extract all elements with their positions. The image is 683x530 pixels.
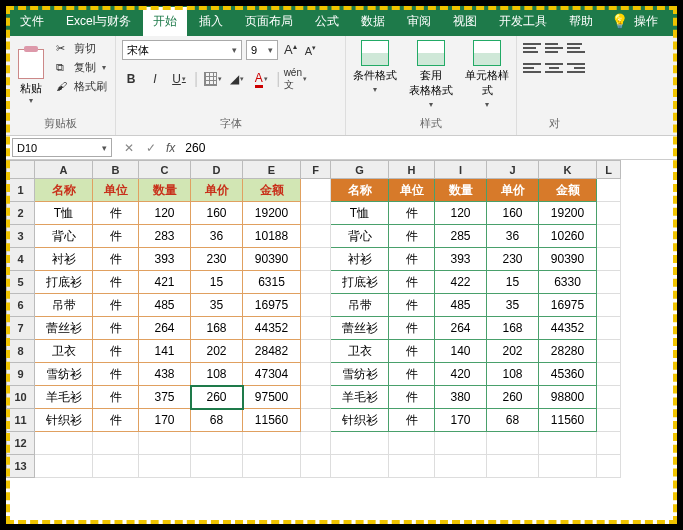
cell[interactable]: 170 [435, 409, 487, 432]
cell[interactable]: 件 [93, 340, 139, 363]
cell[interactable]: 44352 [243, 317, 301, 340]
align-bottom-button[interactable] [567, 40, 585, 56]
col-header[interactable]: H [389, 161, 435, 179]
cell[interactable] [597, 225, 621, 248]
cell[interactable] [597, 179, 621, 202]
cell[interactable]: 件 [389, 271, 435, 294]
cell[interactable]: 件 [93, 386, 139, 409]
cell[interactable] [301, 225, 331, 248]
table-format-button[interactable]: 套用 表格格式 ▾ [408, 40, 454, 114]
cell[interactable]: 264 [435, 317, 487, 340]
cell[interactable] [597, 455, 621, 478]
bold-button[interactable]: B [122, 70, 140, 88]
name-box[interactable]: D10 [12, 138, 112, 157]
cell[interactable]: 44352 [539, 317, 597, 340]
cell[interactable]: 285 [435, 225, 487, 248]
cell[interactable]: 19200 [539, 202, 597, 225]
col-header[interactable]: E [243, 161, 301, 179]
format-painter-button[interactable]: 🖌格式刷 [54, 78, 109, 95]
cell[interactable] [301, 248, 331, 271]
row-header[interactable]: 1 [7, 179, 35, 202]
cell[interactable] [243, 432, 301, 455]
cell[interactable]: 260 [191, 386, 243, 409]
row-header[interactable]: 8 [7, 340, 35, 363]
col-header[interactable]: I [435, 161, 487, 179]
cell[interactable] [301, 432, 331, 455]
cell[interactable]: 36 [191, 225, 243, 248]
cell[interactable]: 375 [139, 386, 191, 409]
col-header[interactable]: F [301, 161, 331, 179]
cell[interactable]: 97500 [243, 386, 301, 409]
cell[interactable] [597, 271, 621, 294]
italic-button[interactable]: I [146, 70, 164, 88]
paste-button[interactable]: 粘贴 ▾ [12, 40, 50, 114]
cell[interactable]: 打底衫 [35, 271, 93, 294]
cell[interactable]: 数量 [139, 179, 191, 202]
cell[interactable]: 10260 [539, 225, 597, 248]
cell[interactable]: 金额 [539, 179, 597, 202]
cell[interactable] [597, 432, 621, 455]
tab-help[interactable]: 帮助 [559, 7, 603, 36]
cell[interactable] [597, 340, 621, 363]
cell[interactable]: 件 [389, 248, 435, 271]
worksheet[interactable]: A B C D E F G H I J K L 1名称单位数量单价金额名称单位数… [6, 160, 677, 524]
formula-input[interactable]: 260 [179, 141, 677, 155]
cell[interactable]: 数量 [435, 179, 487, 202]
lightbulb-icon[interactable]: 💡 [611, 13, 628, 29]
cell[interactable]: 件 [389, 340, 435, 363]
cell[interactable] [191, 432, 243, 455]
cell[interactable] [301, 455, 331, 478]
select-all-corner[interactable] [7, 161, 35, 179]
cell[interactable] [301, 271, 331, 294]
cell[interactable]: 393 [139, 248, 191, 271]
cell[interactable]: 单价 [487, 179, 539, 202]
cell[interactable]: 件 [389, 363, 435, 386]
tab-file[interactable]: 文件 [10, 7, 54, 36]
shrink-font-button[interactable]: A▾ [303, 44, 318, 57]
cell[interactable] [435, 455, 487, 478]
cell[interactable]: 35 [487, 294, 539, 317]
tab-data[interactable]: 数据 [351, 7, 395, 36]
cell[interactable] [597, 317, 621, 340]
row-header[interactable]: 5 [7, 271, 35, 294]
cell[interactable]: 15 [191, 271, 243, 294]
align-top-button[interactable] [523, 40, 541, 56]
cell[interactable]: 卫衣 [35, 340, 93, 363]
row-header[interactable]: 3 [7, 225, 35, 248]
cell[interactable]: 名称 [35, 179, 93, 202]
cell[interactable]: 202 [191, 340, 243, 363]
cell[interactable]: 168 [191, 317, 243, 340]
col-header[interactable]: G [331, 161, 389, 179]
row-header[interactable]: 13 [7, 455, 35, 478]
cell[interactable] [301, 409, 331, 432]
cell[interactable]: 68 [487, 409, 539, 432]
cell[interactable]: 吊带 [35, 294, 93, 317]
cell[interactable]: 件 [93, 271, 139, 294]
cell[interactable]: T恤 [35, 202, 93, 225]
cell[interactable]: 件 [389, 409, 435, 432]
cell[interactable] [487, 455, 539, 478]
cell[interactable]: 件 [389, 225, 435, 248]
cell[interactable]: 件 [389, 386, 435, 409]
cell[interactable]: 吊带 [331, 294, 389, 317]
cell[interactable]: 6330 [539, 271, 597, 294]
cell[interactable]: 卫衣 [331, 340, 389, 363]
cell[interactable]: 28482 [243, 340, 301, 363]
cell[interactable]: 140 [435, 340, 487, 363]
cell[interactable]: 背心 [331, 225, 389, 248]
cell[interactable]: 422 [435, 271, 487, 294]
cell[interactable] [301, 202, 331, 225]
cell[interactable]: 羊毛衫 [35, 386, 93, 409]
tell-me[interactable]: 操作 [634, 7, 668, 36]
cell[interactable]: 90390 [539, 248, 597, 271]
cell[interactable] [331, 455, 389, 478]
cell[interactable]: 35 [191, 294, 243, 317]
cell[interactable]: 420 [435, 363, 487, 386]
accept-formula-button[interactable]: ✓ [140, 141, 162, 155]
cell[interactable] [301, 294, 331, 317]
cell[interactable] [301, 386, 331, 409]
copy-button[interactable]: ⧉复制▾ [54, 59, 109, 76]
cell[interactable]: 雪纺衫 [35, 363, 93, 386]
grow-font-button[interactable]: A▴ [282, 42, 299, 57]
cell-styles-button[interactable]: 单元格样式 ▾ [464, 40, 510, 114]
